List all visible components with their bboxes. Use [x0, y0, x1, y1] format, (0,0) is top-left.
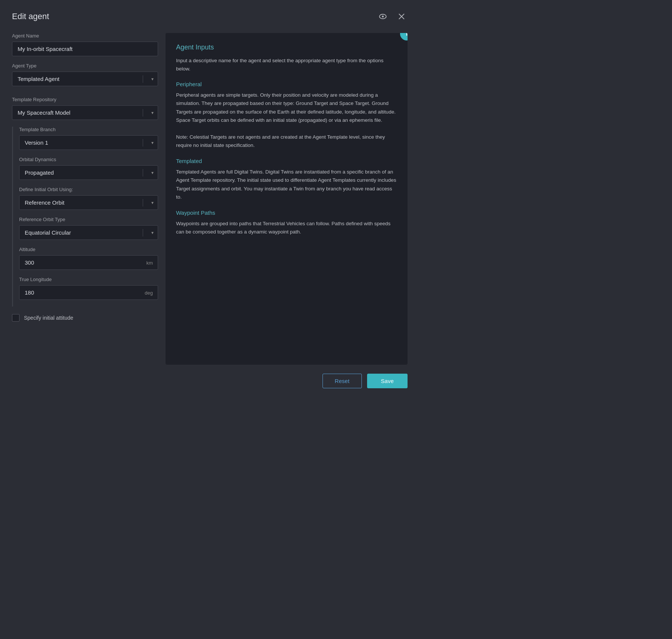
altitude-label: Altitude — [19, 247, 158, 252]
reference-orbit-type-label: Reference Orbit Type — [19, 217, 158, 222]
agent-name-input[interactable] — [12, 42, 158, 56]
template-branch-select-wrapper: Version 1 ▾ — [19, 135, 158, 150]
main-layout: Agent Name Agent Type Templated Agent Pe… — [12, 33, 408, 365]
header-icons — [377, 10, 408, 22]
template-repo-select[interactable]: My Spacecraft Model — [12, 105, 158, 120]
header: Edit agent — [12, 10, 408, 22]
define-initial-orbit-select[interactable]: Reference Orbit — [19, 195, 158, 210]
svg-point-1 — [382, 16, 384, 18]
panel-intro: Input a descriptive name for the agent a… — [176, 57, 397, 73]
template-branch-label: Template Branch — [19, 127, 158, 132]
section-waypoint-text: Waypoints are grouped into paths that Te… — [176, 220, 397, 236]
true-longitude-unit: deg — [145, 290, 153, 295]
agent-type-label: Agent Type — [12, 63, 158, 69]
altitude-unit: km — [146, 260, 153, 265]
agent-type-group: Agent Type Templated Agent Peripheral Wa… — [12, 63, 158, 86]
orbital-dynamics-label: Orbital Dynamics — [19, 157, 158, 162]
agent-type-select[interactable]: Templated Agent Peripheral Waypoint Path — [12, 72, 158, 86]
orbital-dynamics-select[interactable]: Propagated — [19, 165, 158, 180]
select-divider-5 — [143, 199, 143, 207]
indented-group: Template Branch Version 1 ▾ Orbital Dyna… — [12, 127, 158, 307]
template-repo-select-wrapper: My Spacecraft Model ▾ — [12, 105, 158, 120]
altitude-input[interactable] — [19, 255, 158, 270]
agent-type-select-wrapper: Templated Agent Peripheral Waypoint Path… — [12, 72, 158, 86]
preview-button[interactable] — [377, 10, 389, 22]
section-waypoint-title: Waypoint Paths — [176, 210, 397, 216]
select-divider-2 — [143, 109, 143, 117]
true-longitude-label: True Longitude — [19, 277, 158, 282]
orbital-dynamics-group: Orbital Dynamics Propagated ▾ — [19, 157, 158, 180]
close-button[interactable] — [396, 10, 408, 22]
page-title: Edit agent — [12, 12, 49, 21]
define-initial-orbit-select-wrapper: Reference Orbit ▾ — [19, 195, 158, 210]
altitude-input-wrapper: km — [19, 255, 158, 270]
footer: Reset Save — [12, 374, 408, 388]
reference-orbit-type-select-wrapper: Equatorial Circular ▾ — [19, 225, 158, 240]
agent-name-label: Agent Name — [12, 33, 158, 39]
right-panel: i Agent Inputs Input a descriptive name … — [166, 33, 408, 365]
select-divider-4 — [143, 169, 143, 177]
specify-attitude-label: Specify initial attitude — [24, 315, 73, 321]
section-peripheral-title: Peripheral — [176, 81, 397, 87]
left-panel: Agent Name Agent Type Templated Agent Pe… — [12, 33, 158, 365]
template-branch-group: Template Branch Version 1 ▾ — [19, 127, 158, 150]
section-templated-text: Templated Agents are full Digital Twins.… — [176, 168, 397, 201]
agent-name-group: Agent Name — [12, 33, 158, 56]
true-longitude-input[interactable] — [19, 285, 158, 300]
section-peripheral-text: Peripheral agents are simple targets. On… — [176, 91, 397, 150]
select-divider-6 — [143, 229, 143, 236]
specify-attitude-checkbox[interactable] — [12, 314, 19, 322]
true-longitude-group: True Longitude deg — [19, 277, 158, 300]
altitude-group: Altitude km — [19, 247, 158, 270]
reset-button[interactable]: Reset — [323, 374, 362, 388]
panel-title: Agent Inputs — [176, 43, 397, 51]
select-divider — [143, 75, 143, 83]
define-initial-orbit-group: Define Initial Orbit Using: Reference Or… — [19, 187, 158, 210]
info-badge: i — [400, 33, 408, 40]
reference-orbit-type-select[interactable]: Equatorial Circular — [19, 225, 158, 240]
section-templated-title: Templated — [176, 158, 397, 164]
template-repo-label: Template Repository — [12, 97, 158, 102]
define-initial-orbit-label: Define Initial Orbit Using: — [19, 187, 158, 192]
orbital-dynamics-select-wrapper: Propagated ▾ — [19, 165, 158, 180]
save-button[interactable]: Save — [367, 374, 408, 388]
template-branch-select[interactable]: Version 1 — [19, 135, 158, 150]
true-longitude-input-wrapper: deg — [19, 285, 158, 300]
close-icon — [397, 12, 406, 21]
template-repo-group: Template Repository My Spacecraft Model … — [12, 97, 158, 120]
reference-orbit-type-group: Reference Orbit Type Equatorial Circular… — [19, 217, 158, 240]
eye-icon — [378, 12, 387, 21]
specify-attitude-row: Specify initial attitude — [12, 314, 158, 322]
select-divider-3 — [143, 139, 143, 147]
spacer1 — [12, 93, 158, 97]
